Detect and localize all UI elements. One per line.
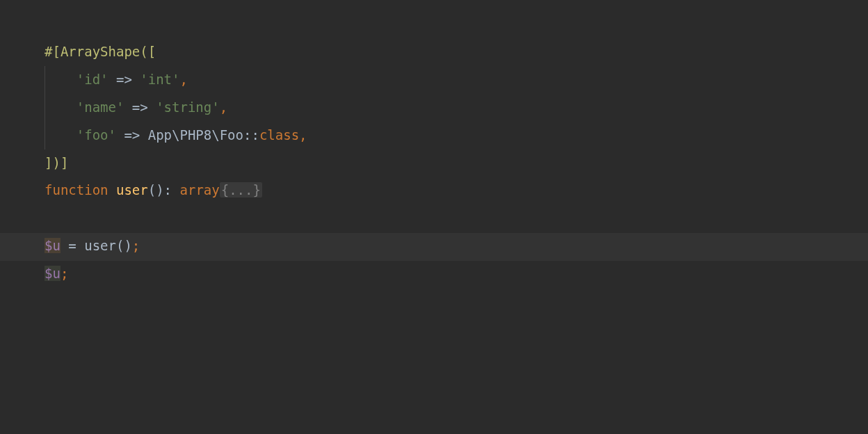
return-type: array [180,182,220,198]
attribute-close: ])] [45,155,68,170]
attribute-name: ArrayShape [61,44,140,59]
array-key: 'id' [77,72,108,87]
arrow-operator: => [116,127,148,143]
comma: , [299,127,307,143]
class-keyword: class [259,127,299,143]
code-editor[interactable]: #[ArrayShape([ 'id' => 'int', 'name' => … [0,0,868,288]
array-key: 'foo' [77,127,116,143]
arrow-operator: => [108,72,140,87]
code-line: function user(): array{...} [45,177,868,204]
class-path: App\PHP8\Foo [148,127,243,143]
attribute-open: #[ [45,44,61,59]
variable: $u [45,266,61,281]
folded-block[interactable]: {...} [220,182,262,198]
paren-bracket: ([ [140,44,156,59]
code-line: 'name' => 'string', [45,94,868,122]
function-name: user [116,182,148,198]
double-colon: :: [243,127,259,143]
code-line: 'id' => 'int', [45,66,868,94]
array-key: 'name' [77,99,124,115]
colon: : [164,182,180,198]
comma: , [180,72,188,87]
array-value: 'string' [156,99,220,115]
arrow-operator: => [124,99,156,115]
comma: , [220,99,227,115]
empty-line [45,204,868,232]
function-keyword: function [45,182,116,198]
code-line: #[ArrayShape([ [45,38,868,66]
code-line: ])] [45,150,868,177]
parens: () [148,182,164,198]
array-value: 'int' [140,72,179,87]
current-line-highlight [0,233,868,261]
code-line: 'foo' => App\PHP8\Foo::class, [45,122,868,150]
semicolon: ; [61,266,68,281]
code-line: $u; [45,260,868,288]
